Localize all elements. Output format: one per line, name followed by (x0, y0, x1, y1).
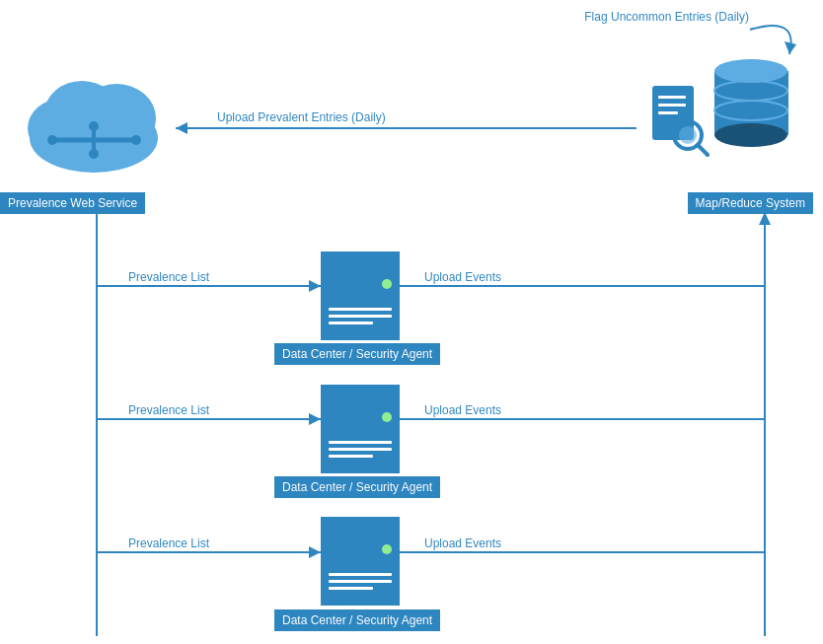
flag-uncommon-label: Flag Uncommon Entries (Daily) (584, 10, 749, 24)
upload-events-label-3: Upload Events (424, 537, 501, 550)
agent-status-dot-1 (382, 279, 392, 289)
svg-line-31 (698, 145, 708, 155)
prevalence-list-label-1: Prevalence List (128, 270, 209, 284)
agent-box-2 (321, 385, 400, 473)
agent-label-1: Data Center / Security Agent (274, 343, 440, 365)
upload-events-label-1: Upload Events (424, 270, 501, 284)
svg-point-18 (44, 81, 119, 146)
agent-label-2: Data Center / Security Agent (274, 476, 440, 498)
upload-events-label-2: Upload Events (424, 403, 501, 417)
diagram: Prevalence Web Service Flag Uncommon Ent… (0, 0, 823, 644)
agent-lines-3 (329, 573, 392, 594)
agent-status-dot-3 (382, 544, 392, 554)
upload-prevalent-label: Upload Prevalent Entries (Daily) (217, 110, 386, 124)
prevalence-list-label-2: Prevalence List (128, 403, 209, 417)
svg-marker-12 (309, 546, 321, 558)
prevalence-web-service-label: Prevalence Web Service (0, 192, 145, 214)
map-reduce-label: Map/Reduce System (688, 192, 813, 214)
svg-point-23 (89, 121, 99, 131)
agent-lines-1 (329, 308, 392, 328)
svg-marker-2 (176, 122, 187, 134)
svg-marker-9 (309, 413, 321, 425)
svg-point-33 (714, 59, 787, 83)
svg-rect-28 (658, 111, 678, 114)
agent-status-dot-2 (382, 412, 392, 422)
agent-label-3: Data Center / Security Agent (274, 609, 440, 631)
svg-marker-6 (309, 280, 321, 292)
svg-point-24 (89, 149, 99, 159)
svg-point-21 (131, 135, 141, 145)
database-icon (710, 49, 793, 152)
prevalence-list-label-3: Prevalence List (128, 537, 209, 550)
svg-rect-26 (658, 96, 686, 99)
svg-rect-27 (658, 104, 686, 107)
svg-point-30 (679, 126, 697, 144)
document-search-icon (650, 84, 710, 162)
svg-point-34 (714, 123, 787, 147)
svg-point-20 (47, 135, 57, 145)
cloud-icon (18, 69, 171, 178)
agent-lines-2 (329, 441, 392, 462)
agent-box-1 (321, 251, 400, 340)
agent-box-3 (321, 517, 400, 606)
